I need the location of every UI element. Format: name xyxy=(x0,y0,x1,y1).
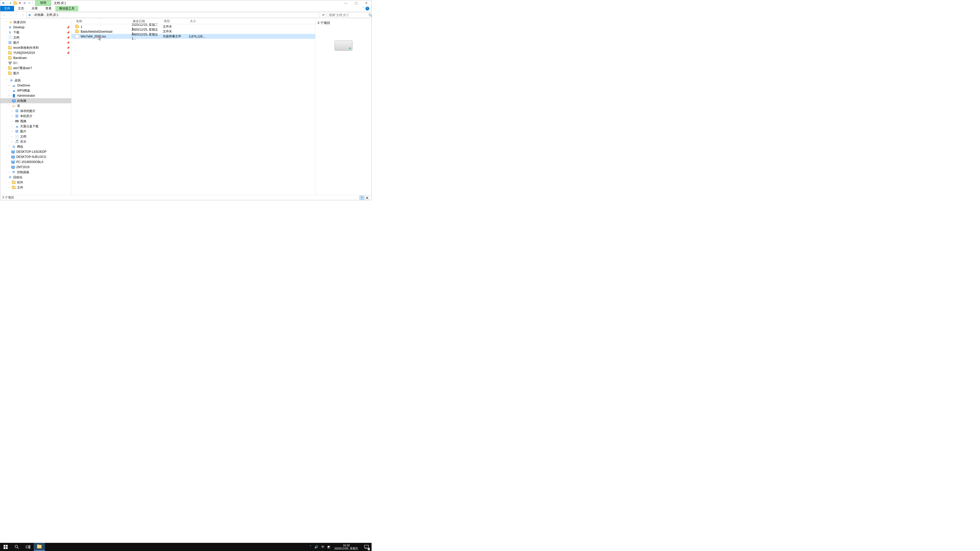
tree-item[interactable]: ›☁天翼云盘下载 xyxy=(0,124,71,129)
tab-home[interactable]: 主页 xyxy=(14,6,28,11)
file-row[interactable]: Win7x64_2020.iso2020/12/25, 星期五 1...光盘映像… xyxy=(72,34,315,39)
taskbar-explorer[interactable] xyxy=(34,543,45,551)
tree-item[interactable]: DESKTOP-LSSOEDP xyxy=(0,149,71,154)
tree-this-pc[interactable]: ›此电脑 xyxy=(0,98,71,103)
clock[interactable]: 16:32 2020/12/25, 星期五 xyxy=(333,544,360,550)
forward-button[interactable]: → xyxy=(8,12,14,18)
tree-item[interactable]: DESKTOP-NJEU3CG xyxy=(0,154,71,159)
col-size[interactable]: 大小 xyxy=(189,19,205,24)
breadcrumb-dropdown-icon[interactable]: ˅ xyxy=(318,14,319,16)
system-tray: ˄ 🔊 中 ◩ 16:32 2020/12/25, 星期五 3 xyxy=(310,543,372,551)
file-name: Win7x64_2020.iso xyxy=(81,35,106,38)
search-icon[interactable]: 🔍 xyxy=(368,13,372,17)
library-icon: 🗂 xyxy=(12,104,16,108)
computer-icon xyxy=(12,99,16,103)
user-icon: 👤 xyxy=(12,94,16,98)
tree-item[interactable]: ZMT2019 xyxy=(0,165,71,170)
search-input[interactable] xyxy=(328,13,368,17)
col-date[interactable]: 修改日期 xyxy=(132,19,163,24)
col-type[interactable]: 类型 xyxy=(163,19,189,24)
up-button[interactable]: ↑ xyxy=(20,12,26,18)
qat-close-icon[interactable]: ✕ xyxy=(18,1,22,5)
tree-item[interactable]: ›📼视频 xyxy=(0,119,71,124)
tree-item[interactable]: 📄文档📌 xyxy=(0,35,71,40)
recent-dropdown-icon[interactable]: ˅ xyxy=(14,12,20,18)
close-button[interactable]: ✕ xyxy=(361,0,371,6)
tab-view[interactable]: 查看 xyxy=(41,6,56,11)
tree-item[interactable]: ›🖼本机照片 xyxy=(0,114,71,119)
svg-line-7 xyxy=(18,548,19,549)
tree-quick-access[interactable]: ˅★快速访问 xyxy=(0,20,71,25)
tray-overflow-icon[interactable]: ˄ xyxy=(310,545,311,549)
download-icon: ⬇ xyxy=(8,30,12,35)
music-icon: 🎵 xyxy=(15,140,19,144)
tree-item[interactable]: excel表格制作求和📌 xyxy=(0,45,71,50)
breadcrumb-segment[interactable]: 文档 (E:)› xyxy=(46,13,59,17)
volume-icon[interactable]: 🔊 xyxy=(314,545,318,549)
tree-item[interactable]: ›🎵音乐 xyxy=(0,139,71,144)
tree-item[interactable]: ›👤Administrator xyxy=(0,93,71,98)
tree-item[interactable]: ➰G:\ xyxy=(0,60,71,65)
refresh-button[interactable]: ⟳ xyxy=(321,12,326,18)
svg-rect-10 xyxy=(29,547,30,548)
tree-item[interactable]: ›📄文档 xyxy=(0,134,71,139)
tab-file[interactable]: 文件 xyxy=(0,6,14,11)
help-icon[interactable]: ? xyxy=(366,6,369,11)
tree-item[interactable]: Bandicam xyxy=(0,56,71,60)
maximize-button[interactable]: ▢ xyxy=(351,0,361,6)
view-large-button[interactable]: ▦ xyxy=(365,196,369,200)
tab-share[interactable]: 共享 xyxy=(28,6,41,11)
search-button[interactable] xyxy=(11,543,22,551)
start-button[interactable] xyxy=(0,543,11,551)
qat-dropdown-icon[interactable]: ▾ xyxy=(27,1,31,5)
tab-drive-tools[interactable]: 驱动器工具 xyxy=(56,6,78,11)
tree-item[interactable]: ›☁OneDrive xyxy=(0,83,71,88)
tree-item[interactable]: 🖼图片📌 xyxy=(0,40,71,45)
tree-item[interactable]: 🖥Desktop📌 xyxy=(0,25,71,30)
tree-desktop[interactable]: ˅🖥桌面 xyxy=(0,78,71,83)
minimize-button[interactable]: — xyxy=(341,0,351,6)
back-button[interactable]: ← xyxy=(2,12,7,18)
svg-rect-8 xyxy=(26,546,29,548)
folder-icon xyxy=(12,186,16,189)
svg-rect-4 xyxy=(3,547,5,549)
tree-item[interactable]: ›☁WPS网盘 xyxy=(0,88,71,93)
breadcrumb-segment[interactable]: 此电脑› xyxy=(35,13,45,17)
column-headers[interactable]: ˄ 名称 修改日期 类型 大小 xyxy=(72,19,315,24)
view-details-button[interactable]: ☰ xyxy=(360,196,364,200)
tree-item[interactable]: PC-20190530OBLA xyxy=(0,159,71,165)
network-icon: 🖧 xyxy=(12,144,16,149)
tree-libraries[interactable]: ˅🗂库 xyxy=(0,103,71,108)
tree-item[interactable]: win7重装win7 xyxy=(0,65,71,71)
recycle-icon: ♻ xyxy=(8,175,12,179)
tree-recycle-bin[interactable]: ♻回收站 xyxy=(0,175,71,180)
qat-folder-icon[interactable] xyxy=(13,1,18,5)
tree-network[interactable]: ˅🖧网络 xyxy=(0,144,71,149)
tree-item[interactable]: ›文件 xyxy=(0,185,71,190)
document-icon: 📄 xyxy=(15,135,19,138)
tree-item[interactable]: ›软件 xyxy=(0,180,71,185)
ribbon-collapse-icon[interactable]: ˅ xyxy=(363,7,364,11)
tree-item[interactable]: 图片 xyxy=(0,71,71,76)
tree-item[interactable]: ›🖼保存的图片 xyxy=(0,108,71,114)
qat-gear-icon[interactable]: ⚙ xyxy=(22,1,27,5)
battery-icon[interactable]: ◩ xyxy=(328,545,330,549)
file-row[interactable]: BaiduNetdiskDownload2020/12/25, 星期五 1...… xyxy=(72,29,315,34)
taskbar: ˄ 🔊 中 ◩ 16:32 2020/12/25, 星期五 3 xyxy=(0,543,372,551)
pin-icon: 📌 xyxy=(67,36,70,39)
file-row[interactable]: 12020/12/15, 星期二 1...文件夹 xyxy=(72,24,315,29)
preview-pane: 3 个项目 xyxy=(315,19,371,195)
svg-rect-3 xyxy=(6,545,8,547)
action-center-button[interactable]: 3 xyxy=(363,543,371,551)
qat-check-icon[interactable]: ✔ xyxy=(9,1,13,5)
explorer-window: ✔ ✕ ⚙ ▾ 管理 文档 (E:) — ▢ ✕ 文件 主页 共享 查看 驱动器… xyxy=(0,0,372,200)
task-view-button[interactable] xyxy=(22,543,34,551)
col-name[interactable]: 名称 xyxy=(75,19,132,24)
ime-indicator[interactable]: 中 xyxy=(321,545,325,549)
tree-item[interactable]: ›🖼图片 xyxy=(0,129,71,134)
tree-control-panel[interactable]: ›🛠控制面板 xyxy=(0,170,71,175)
tree-item[interactable]: YUNQISHI2019📌 xyxy=(0,50,71,56)
breadcrumb[interactable]: › 此电脑› 文档 (E:)› ˅ xyxy=(26,12,320,18)
tree-item[interactable]: ⬇下载📌 xyxy=(0,30,71,35)
search-box[interactable]: 🔍 xyxy=(328,12,370,18)
